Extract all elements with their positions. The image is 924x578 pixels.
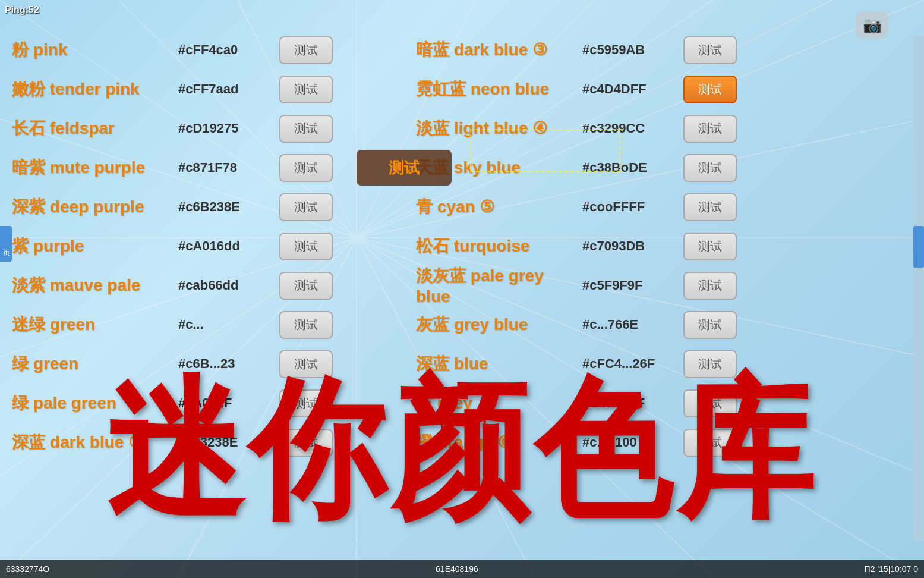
right-color-list: 暗蓝 dark blue ③ #c5959AB 测试 霓虹蓝 neon blue… bbox=[416, 33, 903, 464]
table-row: 霓虹蓝 neon blue #c4D4DFF 测试 bbox=[416, 72, 903, 106]
table-row: 灰蓝 grey blue #c...766E 测试 bbox=[416, 307, 903, 342]
table-row: 深蓝 dark blue ② #c23238E 测试 bbox=[12, 425, 416, 460]
test-button[interactable]: 测试 bbox=[279, 272, 333, 300]
color-code: #c7093DB bbox=[582, 238, 683, 254]
table-row: 绿 green #c6B...23 测试 bbox=[12, 347, 416, 381]
color-name: 淡灰蓝 pale grey blue bbox=[416, 265, 582, 306]
color-name: 橙 orange ⑥ bbox=[416, 431, 582, 454]
test-button[interactable]: 测试 bbox=[683, 193, 737, 221]
table-row: 淡紫 mauve pale #cab66dd 测试 bbox=[12, 268, 416, 303]
color-code: #c... bbox=[178, 317, 279, 332]
test-button[interactable]: 测试 bbox=[279, 350, 333, 378]
bottom-right-info: Π2 '15|10:07 0 bbox=[865, 564, 918, 574]
page-tab[interactable]: 页 bbox=[0, 226, 12, 262]
test-button[interactable]: 测试 bbox=[279, 76, 333, 103]
color-name: 青 cyan ⑤ bbox=[416, 196, 582, 218]
color-code: #c3299CC bbox=[582, 121, 683, 136]
color-name: 深紫 deep purple bbox=[12, 196, 178, 218]
test-button[interactable]: 测试 bbox=[683, 311, 737, 339]
color-name: 淡紫 mauve pale bbox=[12, 274, 178, 297]
scroll-track[interactable] bbox=[913, 36, 924, 541]
color-code: #cooFFFF bbox=[582, 199, 683, 215]
test-button[interactable]: 测试 bbox=[279, 389, 333, 417]
color-code: #c38BoDE bbox=[582, 160, 683, 175]
test-button[interactable]: 测试 bbox=[683, 272, 737, 300]
color-code: #cFC4...26F bbox=[582, 356, 683, 372]
color-code: #c6B...23 bbox=[178, 356, 279, 372]
color-code: #c871F78 bbox=[178, 160, 279, 175]
color-code: #cFF7aad bbox=[178, 81, 279, 97]
table-row: 橙 orange ⑥ #c...5100 测试 bbox=[416, 425, 903, 460]
color-name: 长石 feldspar bbox=[12, 117, 178, 140]
color-code: #c5F9F9F bbox=[582, 278, 683, 293]
color-code: #c...766E bbox=[582, 317, 683, 332]
test-button[interactable]: 测试 bbox=[683, 429, 737, 457]
table-row: 绿 pale green #cA0l...F 测试 bbox=[12, 386, 416, 420]
color-name: 霓虹蓝 neon blue bbox=[416, 78, 582, 100]
color-name: 暗紫 mute purple bbox=[12, 156, 178, 179]
color-name: 紫 purple bbox=[12, 235, 178, 257]
test-button[interactable]: 测试 bbox=[683, 115, 737, 143]
scroll-thumb[interactable] bbox=[913, 226, 924, 268]
ping-label: Ping:52 bbox=[5, 5, 39, 15]
table-row: 灰 grey #C4F4F2F 测试 bbox=[416, 386, 903, 420]
color-code: #c6B238E bbox=[178, 199, 279, 215]
tooltip-overlay: 测试 bbox=[357, 150, 452, 186]
table-row: 暗蓝 dark blue ③ #c5959AB 测试 bbox=[416, 33, 903, 67]
table-row: 青 cyan ⑤ #cooFFFF 测试 bbox=[416, 190, 903, 224]
left-color-list: 粉 pink #cFF4ca0 测试 嫩粉 tender pink #cFF7a… bbox=[12, 33, 416, 464]
table-row: 迷绿 green #c... 测试 bbox=[12, 307, 416, 342]
color-code: #C4F4F2F bbox=[582, 395, 683, 411]
test-button[interactable]: 测试 bbox=[279, 36, 333, 64]
table-row: 松石 turquoise #c7093DB 测试 bbox=[416, 229, 903, 263]
test-button[interactable]: 测试 bbox=[683, 233, 737, 260]
color-name: 灰 grey bbox=[416, 392, 582, 414]
table-row: 嫩粉 tender pink #cFF7aad 测试 bbox=[12, 72, 416, 106]
color-code: #c...5100 bbox=[582, 435, 683, 450]
table-row: 深紫 deep purple #c6B238E 测试 bbox=[12, 190, 416, 224]
color-name: 粉 pink bbox=[12, 39, 178, 61]
table-row: 天蓝 sky blue #c38BoDE 测试 bbox=[416, 150, 903, 185]
test-button[interactable]: 测试 bbox=[279, 154, 333, 182]
color-name: 嫩粉 tender pink bbox=[12, 78, 178, 100]
bottom-middle-info: 61E408196 bbox=[436, 564, 478, 574]
test-button[interactable]: 测试 bbox=[279, 193, 333, 221]
color-name: 绿 green bbox=[12, 353, 178, 375]
color-code: #cab66dd bbox=[178, 278, 279, 293]
color-name: 深蓝 dark blue ② bbox=[12, 431, 178, 454]
color-code: #c23238E bbox=[178, 435, 279, 450]
color-code: #c4D4DFF bbox=[582, 81, 683, 97]
test-button[interactable]: 测试 bbox=[279, 311, 333, 339]
table-row: 深蓝 blue #cFC4...26F 测试 bbox=[416, 347, 903, 381]
color-code: #cFF4ca0 bbox=[178, 42, 279, 58]
color-name: 迷绿 green bbox=[12, 313, 178, 336]
test-button[interactable]: 测试 bbox=[279, 429, 333, 457]
color-name: 暗蓝 dark blue ③ bbox=[416, 39, 582, 61]
table-row: 淡蓝 light blue ④ #c3299CC 测试 bbox=[416, 111, 903, 146]
color-name: 灰蓝 grey blue bbox=[416, 313, 582, 336]
table-row: 紫 purple #cA016dd 测试 bbox=[12, 229, 416, 263]
test-button[interactable]: 测试 bbox=[683, 154, 737, 182]
color-name: 深蓝 blue bbox=[416, 353, 582, 375]
color-name: 松石 turquoise bbox=[416, 235, 582, 257]
test-button-active[interactable]: 测试 bbox=[683, 76, 737, 103]
table-row: 淡灰蓝 pale grey blue #c5F9F9F 测试 bbox=[416, 268, 903, 303]
test-button[interactable]: 测试 bbox=[279, 115, 333, 143]
table-row: 粉 pink #cFF4ca0 测试 bbox=[12, 33, 416, 67]
color-name: 淡蓝 light blue ④ bbox=[416, 117, 582, 140]
color-code: #c5959AB bbox=[582, 42, 683, 58]
color-code: #cA016dd bbox=[178, 238, 279, 254]
test-button[interactable]: 测试 bbox=[683, 36, 737, 64]
color-code: #cD19275 bbox=[178, 121, 279, 136]
bottom-left-info: 63332774O bbox=[6, 564, 49, 574]
table-row: 长石 feldspar #cD19275 测试 bbox=[12, 111, 416, 146]
color-code: #cA0l...F bbox=[178, 395, 279, 411]
test-button[interactable]: 测试 bbox=[279, 233, 333, 260]
test-button[interactable]: 测试 bbox=[683, 350, 737, 378]
table-row: 暗紫 mute purple #c871F78 测试 bbox=[12, 150, 416, 185]
color-name: 绿 pale green bbox=[12, 392, 178, 414]
test-button[interactable]: 测试 bbox=[683, 389, 737, 417]
bottom-bar: 63332774O 61E408196 Π2 '15|10:07 0 bbox=[0, 560, 924, 578]
